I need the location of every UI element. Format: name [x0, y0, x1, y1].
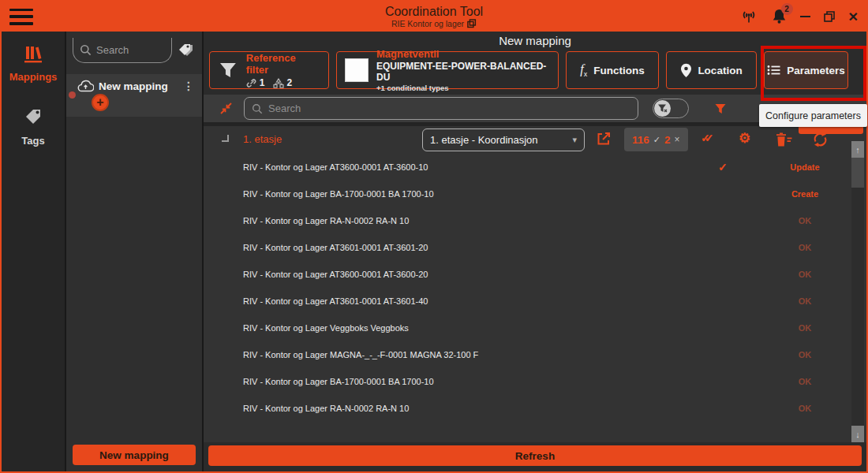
active-filter-funnel-icon[interactable] [714, 102, 727, 115]
row-status[interactable]: OK [780, 296, 830, 306]
copy-icon[interactable] [467, 19, 477, 28]
vertical-scrollbar[interactable]: ↑ ↓ [851, 141, 864, 442]
mapping-content: 1. etasje 1. etasje - Koordinasjon ▾ 116… [204, 126, 866, 442]
scroll-up-arrow[interactable]: ↑ [851, 141, 864, 158]
filter-button-row: Reference filter 1 2 [204, 50, 866, 95]
scrollbar-thumb[interactable] [851, 158, 864, 188]
table-row[interactable]: ✓ RIV - Kontor og Lager BA-1700-0001 BA … [204, 181, 866, 208]
add-mapping-plus-button[interactable]: + [92, 94, 109, 111]
tags-filter-icon[interactable] [177, 42, 196, 59]
titlebar: Coordination Tool RIE Kontor og lager 2 … [2, 2, 866, 32]
panel-search-input[interactable] [96, 44, 159, 56]
type-color-swatch [345, 58, 369, 82]
row-status[interactable]: OK [780, 377, 830, 386]
select-all-doublecheck-icon[interactable]: ✓✓ [701, 132, 713, 144]
collapse-all-icon[interactable] [219, 102, 233, 115]
sidebar-item-label: Tags [21, 135, 44, 147]
app-title-block: Coordination Tool RIE Kontor og lager [385, 5, 483, 28]
section-dropdown-value: 1. etasje - Koordinasjon [430, 134, 538, 146]
table-row[interactable]: ✓ RIV - Kontor og Lager RA-N-0002 RA-N 1… [204, 208, 866, 235]
scroll-down-arrow[interactable]: ↓ [851, 426, 864, 442]
section-collapse-icon[interactable] [222, 135, 229, 142]
table-row[interactable]: ✓ RIV - Kontor og Lager AT3601-0001 AT-3… [204, 235, 866, 262]
location-label: Location [698, 65, 742, 76]
table-row[interactable]: ✓ RIV - Kontor og Lager AT3600-0001 AT-3… [204, 262, 866, 289]
sidebar-item-mappings[interactable]: Mappings [9, 44, 58, 83]
row-label: RIV - Kontor og Lager BA-1700-0001 BA 17… [243, 189, 434, 199]
close-icon[interactable]: ✕ [848, 9, 859, 24]
row-label: RIV - Kontor og Lager MAGNA-_-_-F-0001 M… [243, 350, 478, 359]
table-row[interactable]: ✓ RIV - Kontor og Lager RA-N-0002 RA-N 1… [204, 396, 866, 423]
table-row[interactable]: ✓ RIV - Kontor og Lager Veggboks Veggbok… [204, 315, 866, 342]
mapping-item-label: New mapping [99, 80, 175, 92]
row-label: RIV - Kontor og Lager AT3600-0001 AT-360… [243, 270, 428, 279]
row-label: RIV - Kontor og Lager Veggboks Veggboks [243, 323, 409, 333]
list-search-box[interactable] [244, 97, 638, 120]
row-status[interactable]: OK [780, 270, 830, 279]
chevron-down-icon: ▾ [572, 135, 577, 145]
link-count: 1 [260, 77, 265, 88]
functions-fx-icon: fx [580, 62, 587, 78]
page-title: New mapping [204, 32, 866, 50]
restore-window-icon[interactable] [824, 11, 835, 22]
open-external-icon[interactable] [596, 131, 612, 147]
section-settings-gear-icon[interactable]: ⚙ [739, 130, 750, 147]
condition-count: 2 [287, 77, 293, 88]
row-status[interactable]: OK [780, 243, 830, 252]
type-subtitle: EQUIPMENT-EE-POWER-BALANCED-DU [376, 61, 550, 84]
row-label: RIV - Kontor og Lager AT3601-0001 AT-360… [243, 296, 428, 306]
row-status[interactable]: OK [780, 216, 830, 225]
new-mapping-button[interactable]: New mapping [73, 445, 196, 465]
ok-count: 116 [632, 134, 649, 146]
check-icon: ✓ [653, 135, 660, 145]
reference-filter-button[interactable]: Reference filter 1 2 [209, 51, 329, 89]
notifications-bell-icon[interactable]: 2 [772, 9, 787, 24]
search-icon [80, 44, 92, 56]
mappings-panel: New mapping ⋮ + New mapping [66, 32, 204, 471]
sidebar-item-tags[interactable]: Tags [20, 103, 47, 147]
left-sidebar: Mappings Tags [2, 32, 66, 471]
row-label: RIV - Kontor og Lager AT3600-0001 AT-360… [243, 162, 428, 172]
row-status[interactable]: OK [780, 404, 830, 413]
type-title: Magnetventil [376, 48, 550, 61]
section-name[interactable]: 1. etasje [243, 133, 282, 145]
mapping-list: ✓ RIV - Kontor og Lager AT3600-0001 AT-3… [204, 155, 866, 442]
row-status[interactable]: OK [780, 350, 830, 359]
unsaved-indicator-dot [69, 91, 76, 99]
row-status[interactable]: Update [780, 162, 830, 172]
result-count-badge[interactable]: 116 ✓ 2 × [624, 128, 688, 151]
section-dropdown[interactable]: 1. etasje - Koordinasjon ▾ [422, 128, 585, 151]
broadcast-icon[interactable] [739, 8, 758, 25]
main-area: New mapping Reference filter 1 [204, 32, 866, 471]
filter-toggle[interactable] [653, 99, 689, 118]
clear-list-trash-icon[interactable] [775, 132, 792, 147]
list-search-input[interactable] [268, 102, 630, 114]
type-filter-button[interactable]: Magnetventil EQUIPMENT-EE-POWER-BALANCED… [336, 51, 559, 89]
row-label: RIV - Kontor og Lager RA-N-0002 RA-N 10 [243, 404, 409, 413]
link-icon [246, 78, 256, 88]
mapping-list-item[interactable]: New mapping ⋮ + [66, 74, 202, 117]
funnel-x-icon [657, 103, 668, 114]
table-row[interactable]: ✓ RIV - Kontor og Lager AT3601-0001 AT-3… [204, 289, 866, 315]
cloud-sync-icon [77, 80, 94, 92]
hamburger-menu-icon[interactable] [9, 9, 33, 25]
app-title: Coordination Tool [385, 5, 483, 19]
minimize-icon[interactable] [800, 16, 810, 18]
notification-count-badge: 2 [781, 3, 793, 15]
panel-search-box[interactable] [73, 38, 172, 63]
row-label: RIV - Kontor og Lager AT3601-0001 AT-360… [243, 243, 428, 252]
parameters-button[interactable]: Parameters [764, 51, 848, 89]
row-status[interactable]: Create [780, 189, 830, 199]
row-status[interactable]: OK [780, 323, 830, 333]
functions-button[interactable]: fx Functions [566, 51, 659, 89]
table-row[interactable]: ✓ RIV - Kontor og Lager BA-1700-0001 BA … [204, 369, 866, 396]
table-row[interactable]: ✓ RIV - Kontor og Lager MAGNA-_-_-F-0001… [204, 342, 866, 369]
table-row[interactable]: ✓ RIV - Kontor og Lager AT3600-0001 AT-3… [204, 155, 866, 181]
location-button[interactable]: Location [666, 51, 757, 89]
sync-refresh-icon[interactable] [813, 132, 828, 147]
row-label: RIV - Kontor og Lager RA-N-0002 RA-N 10 [243, 216, 409, 225]
times-icon: × [675, 134, 680, 145]
refresh-button[interactable]: Refresh [208, 445, 862, 466]
search-icon [252, 103, 263, 114]
kebab-menu-icon[interactable]: ⋮ [180, 80, 197, 91]
